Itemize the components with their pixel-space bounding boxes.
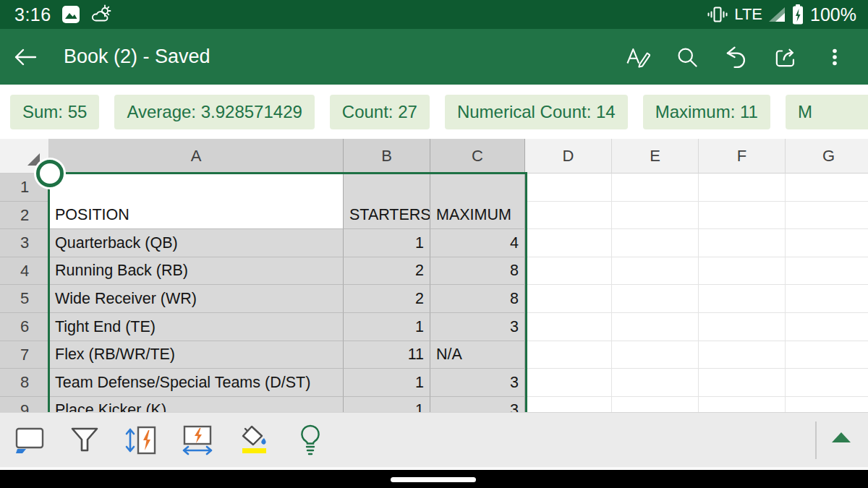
cell-D7[interactable] (525, 341, 612, 369)
cell-G2[interactable] (786, 202, 868, 229)
stat-chip-maximum[interactable]: Maximum: 11 (643, 95, 770, 129)
column-header-F[interactable]: F (699, 139, 786, 174)
weather-notification-icon (90, 4, 112, 25)
search-icon[interactable] (670, 40, 705, 74)
cell-G5[interactable] (786, 285, 868, 313)
cell-D8[interactable] (525, 369, 612, 397)
cell-B6[interactable]: 1 (344, 313, 430, 341)
cell-G1[interactable] (786, 174, 868, 202)
cell-D5[interactable] (525, 285, 612, 313)
row-header-6[interactable]: 6 (0, 313, 49, 341)
cell-A4[interactable]: Running Back (RB) (49, 257, 344, 285)
back-arrow-icon[interactable] (0, 47, 51, 67)
cell-A3[interactable]: Quarterback (QB) (49, 229, 344, 257)
autofit-column-width-icon[interactable] (169, 417, 226, 463)
cell-A1[interactable] (49, 174, 344, 202)
cell-C5[interactable]: 8 (430, 285, 525, 313)
cell-E8[interactable] (612, 369, 699, 397)
cell-B2[interactable]: STARTERS (344, 202, 430, 229)
cell-A5[interactable]: Wide Receiver (WR) (49, 285, 344, 313)
fill-color-icon[interactable] (226, 417, 282, 463)
selection-handle[interactable] (36, 160, 64, 187)
column-header-G[interactable]: G (786, 139, 868, 174)
cell-A8[interactable]: Team Defense/Special Teams (D/ST) (49, 369, 344, 397)
row-header-4[interactable]: 4 (0, 257, 49, 285)
ideas-icon[interactable] (282, 417, 339, 463)
network-type-label: LTE (734, 5, 762, 24)
cell-G6[interactable] (786, 313, 868, 341)
stat-chip-count[interactable]: Count: 27 (330, 95, 430, 129)
spreadsheet-grid: ABCDEFG 12POSITIONSTARTERSMAXIMUM3Quarte… (0, 139, 868, 424)
cell-D1[interactable] (525, 174, 612, 202)
stat-chip-sum[interactable]: Sum: 55 (10, 95, 99, 129)
row-header-3[interactable]: 3 (0, 229, 49, 257)
gesture-pill[interactable] (391, 477, 476, 482)
cell-A7[interactable]: Flex (RB/WR/TE) (49, 341, 344, 369)
cell-E1[interactable] (612, 174, 699, 202)
status-bar: 3:16 LTE (0, 0, 868, 29)
cell-F7[interactable] (699, 341, 786, 369)
column-header-A[interactable]: A (49, 139, 344, 174)
row-header-7[interactable]: 7 (0, 341, 49, 369)
cell-C7[interactable]: N/A (430, 341, 525, 369)
bottom-toolbar (0, 412, 868, 468)
cell-G7[interactable] (786, 341, 868, 369)
cell-F3[interactable] (699, 229, 786, 257)
cell-G4[interactable] (786, 257, 868, 285)
cell-C4[interactable]: 8 (430, 257, 525, 285)
format-text-icon[interactable] (621, 40, 655, 74)
row-header-5[interactable]: 5 (0, 285, 49, 313)
row-header-8[interactable]: 8 (0, 369, 49, 397)
cell-D3[interactable] (525, 229, 612, 257)
cell-C3[interactable]: 4 (430, 229, 525, 257)
overflow-menu-icon[interactable] (817, 40, 852, 74)
cell-C2[interactable]: MAXIMUM (430, 202, 525, 229)
cell-G8[interactable] (786, 369, 868, 397)
cell-D4[interactable] (525, 257, 612, 285)
cell-E6[interactable] (612, 313, 699, 341)
cell-F8[interactable] (699, 369, 786, 397)
cell-B5[interactable]: 2 (344, 285, 430, 313)
row-header-2[interactable]: 2 (0, 202, 49, 229)
filter-icon[interactable] (56, 417, 113, 463)
share-icon[interactable] (768, 40, 803, 74)
keyboard-toggle-icon[interactable] (0, 417, 56, 463)
cell-B4[interactable]: 2 (344, 257, 430, 285)
cell-D2[interactable] (525, 202, 612, 229)
battery-charging-icon (791, 4, 804, 25)
stat-chip-minimum-partial[interactable]: M (786, 95, 868, 129)
app-bar: Book (2) - Saved (0, 29, 868, 85)
cell-E4[interactable] (612, 257, 699, 285)
cell-E7[interactable] (612, 341, 699, 369)
cell-B3[interactable]: 1 (344, 229, 430, 257)
column-header-C[interactable]: C (430, 139, 525, 174)
cell-F1[interactable] (699, 174, 786, 202)
cell-F4[interactable] (699, 257, 786, 285)
cell-C1[interactable] (430, 174, 525, 202)
column-header-D[interactable]: D (525, 139, 612, 174)
cell-A6[interactable]: Tight End (TE) (49, 313, 344, 341)
stat-chip-average[interactable]: Average: 3.928571429 (114, 95, 314, 129)
cell-B1[interactable] (344, 174, 430, 202)
stat-chip-numerical-count[interactable]: Numerical Count: 14 (445, 95, 628, 129)
undo-icon[interactable] (719, 40, 754, 74)
cell-F6[interactable] (699, 313, 786, 341)
cell-D6[interactable] (525, 313, 612, 341)
cell-F2[interactable] (699, 202, 786, 229)
cell-A2[interactable]: POSITION (49, 202, 344, 229)
cell-B7[interactable]: 11 (344, 341, 430, 369)
column-header-E[interactable]: E (612, 139, 699, 174)
cell-E5[interactable] (612, 285, 699, 313)
toolbar-divider (815, 421, 817, 459)
cell-E2[interactable] (612, 202, 699, 229)
cell-G3[interactable] (786, 229, 868, 257)
cell-F5[interactable] (699, 285, 786, 313)
cell-C6[interactable]: 3 (430, 313, 525, 341)
expand-ribbon-icon[interactable] (832, 432, 851, 442)
cell-B8[interactable]: 1 (344, 369, 430, 397)
cell-C8[interactable]: 3 (430, 369, 525, 397)
autofit-row-height-icon[interactable] (113, 417, 169, 463)
cell-E3[interactable] (612, 229, 699, 257)
column-header-B[interactable]: B (344, 139, 430, 174)
select-all-triangle-icon (27, 153, 40, 166)
